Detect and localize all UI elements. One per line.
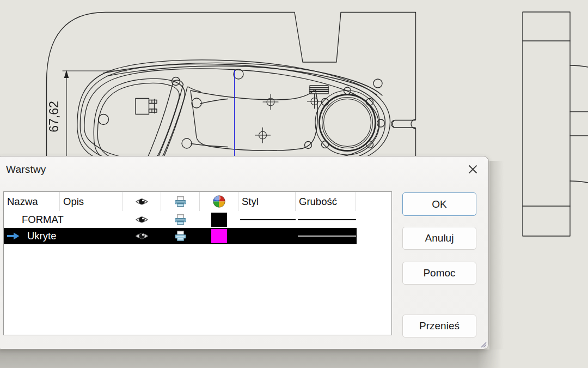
layer-print-toggle[interactable]: [161, 228, 200, 244]
printer-icon: [175, 214, 186, 225]
ok-button[interactable]: OK: [402, 192, 476, 216]
layer-color-swatch[interactable]: [211, 228, 227, 244]
column-header-grubosc[interactable]: Grubość: [296, 192, 356, 211]
layers-dialog: Warstwy Nazwa Opis: [0, 156, 489, 349]
layers-table-header: Nazwa Opis: [4, 192, 391, 211]
dimension-label[interactable]: 67,62: [47, 101, 61, 132]
layer-line-thickness-sample[interactable]: [298, 236, 356, 237]
layer-visibility-toggle[interactable]: [122, 228, 161, 244]
przenies-button[interactable]: Przenieś: [402, 315, 476, 337]
crosshair-marks: [255, 94, 322, 143]
layer-name: FORMAT: [22, 211, 64, 228]
column-header-color[interactable]: [200, 192, 238, 211]
cad-application-viewport: 67,62 Warstwy Nazwa Opis: [0, 0, 588, 368]
printer-icon: [175, 196, 186, 207]
eye-icon: [136, 197, 148, 206]
column-header-styl[interactable]: Styl: [238, 192, 296, 211]
pomoc-button[interactable]: Pomoc: [402, 262, 476, 285]
speaker-rings: [315, 87, 385, 155]
resize-grip[interactable]: [479, 340, 487, 348]
column-header-print[interactable]: [161, 192, 200, 211]
dialog-title: Warstwy: [6, 164, 46, 176]
screw-bosses: [99, 69, 383, 149]
inner-pocket: [188, 87, 318, 150]
printer-icon: [175, 231, 186, 242]
layer-name: Ukryte: [27, 228, 56, 244]
anuluj-button[interactable]: Anuluj: [402, 227, 476, 250]
close-icon: [468, 165, 477, 174]
louver-vent: [310, 86, 328, 98]
layer-color-swatch[interactable]: [211, 211, 227, 228]
layer-visibility-toggle[interactable]: [122, 211, 161, 228]
column-header-nazwa[interactable]: Nazwa: [4, 192, 60, 211]
layers-table: Nazwa Opis: [3, 191, 392, 335]
layer-row-ukryte-selected[interactable]: Ukryte: [4, 228, 357, 244]
color-wheel-icon: [213, 195, 225, 208]
column-header-opis[interactable]: Opis: [60, 192, 122, 211]
layer-line-thickness-sample[interactable]: [298, 219, 356, 220]
eye-icon: [136, 215, 148, 224]
grab-bar: [144, 80, 187, 167]
part-outline-side-view: [523, 12, 588, 236]
column-header-visibility[interactable]: [122, 192, 161, 211]
eye-icon: [136, 232, 148, 240]
current-layer-arrow-icon: [7, 228, 20, 244]
close-button[interactable]: [463, 160, 482, 178]
layer-line-style-sample[interactable]: [240, 219, 296, 220]
clip-connector: [136, 99, 157, 114]
layer-print-toggle[interactable]: [161, 211, 200, 228]
layer-row-format[interactable]: FORMAT: [4, 211, 391, 228]
